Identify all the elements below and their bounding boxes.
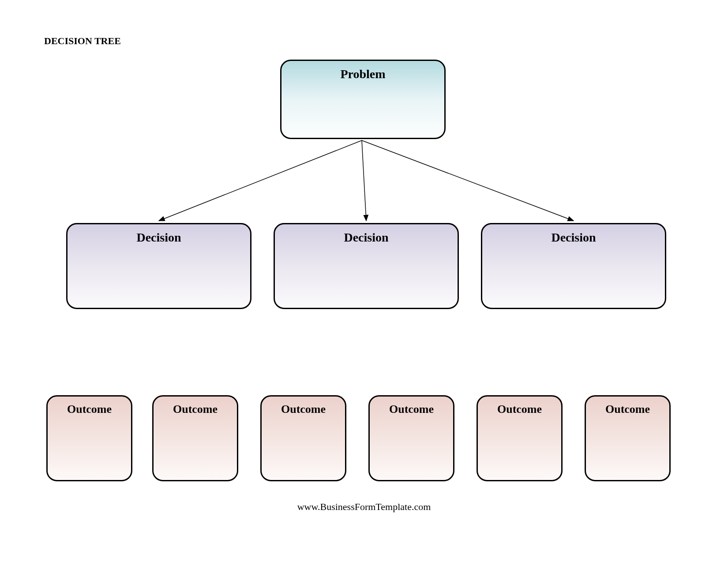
outcome-label: Outcome bbox=[497, 403, 542, 416]
svg-line-3 bbox=[362, 140, 574, 221]
footer-link: www.BusinessFormTemplate.com bbox=[0, 501, 728, 513]
decision-label: Decision bbox=[136, 230, 181, 244]
decision-node-3: Decision bbox=[481, 223, 666, 309]
svg-line-1 bbox=[159, 140, 362, 221]
outcome-node-3: Outcome bbox=[260, 395, 346, 481]
outcome-node-5: Outcome bbox=[477, 395, 563, 481]
outcome-label: Outcome bbox=[67, 403, 112, 416]
outcome-label: Outcome bbox=[605, 403, 650, 416]
decision-label: Decision bbox=[551, 230, 596, 244]
decision-node-1: Decision bbox=[66, 223, 251, 309]
outcome-node-2: Outcome bbox=[152, 395, 238, 481]
problem-node: Problem bbox=[280, 60, 446, 139]
decision-node-2: Decision bbox=[274, 223, 459, 309]
page-title: DECISION TREE bbox=[44, 35, 121, 47]
outcome-label: Outcome bbox=[173, 403, 218, 416]
outcome-node-4: Outcome bbox=[368, 395, 454, 481]
decision-label: Decision bbox=[344, 230, 388, 244]
problem-label: Problem bbox=[340, 67, 385, 81]
svg-line-2 bbox=[362, 140, 366, 221]
outcome-label: Outcome bbox=[281, 403, 326, 416]
outcome-node-6: Outcome bbox=[585, 395, 671, 481]
outcome-node-1: Outcome bbox=[46, 395, 132, 481]
outcome-label: Outcome bbox=[389, 403, 434, 416]
